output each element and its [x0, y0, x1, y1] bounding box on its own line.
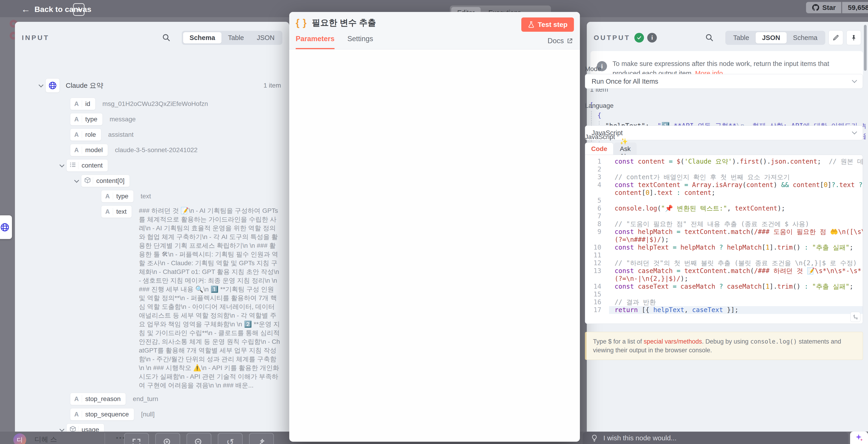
tab-ask-ai[interactable]: ✨ Ask AI — [614, 143, 637, 155]
tab-code[interactable]: Code — [585, 143, 614, 155]
add-node-button[interactable]: + — [73, 3, 85, 16]
code-text: console.log("📌 변환된 텍스트:", textContent); — [609, 205, 863, 212]
input-view-tabs: SchemaTableJSON — [182, 31, 282, 45]
schema-key-pill[interactable]: Astop_reason — [70, 393, 126, 405]
chevron-down-icon[interactable] — [37, 84, 45, 87]
code-line[interactable]: content[0].text : content; — [585, 189, 863, 197]
code-line[interactable]: 10const helpText = helpMatch ? helpMatch… — [585, 244, 863, 251]
external-link-icon — [566, 38, 573, 44]
zoom-to-fit-button[interactable] — [124, 433, 149, 444]
schema-field-row[interactable]: content — [15, 159, 289, 172]
special-vars-link[interactable]: special vars/methods — [644, 338, 702, 345]
schema-key: model — [82, 146, 107, 154]
schema-key-pill[interactable]: content — [66, 159, 108, 172]
code-line[interactable]: (?=\n-|\n{2,}|$)/); — [585, 275, 863, 283]
input-tab-json[interactable]: JSON — [250, 32, 281, 43]
schema-field-row[interactable]: content[0] — [15, 175, 289, 187]
code-line[interactable]: 15 — [585, 291, 863, 298]
schema-key-pill[interactable]: Atext — [101, 205, 132, 218]
code-line[interactable]: 13const caseMatch = textContent.match(/#… — [585, 267, 863, 275]
schema-key-pill[interactable]: Amodel — [70, 144, 108, 156]
lightbulb-icon — [590, 434, 598, 442]
schema-key-pill[interactable]: Atype — [70, 113, 103, 125]
schema-field-row[interactable]: Amodelclaude-3-5-sonnet-20241022 — [15, 144, 289, 156]
schema-key-pill[interactable]: Atype — [101, 190, 134, 203]
zoom-out-button[interactable] — [187, 433, 211, 444]
code-text — [609, 197, 863, 205]
chevron-down-icon[interactable] — [58, 164, 66, 167]
line-number: 14 — [585, 283, 609, 291]
input-node-handle[interactable] — [0, 215, 12, 239]
chevron-down-icon[interactable] — [58, 428, 66, 432]
code-line[interactable]: 9const helpMatch = textContent.match(/##… — [585, 228, 863, 236]
javascript-section-label: JavaScript — [585, 133, 615, 141]
mode-select[interactable]: Run Once for All Items — [585, 74, 863, 89]
code-line[interactable]: 8// "도움이 필요한 점" 전체 내용 추출 (종료 조건에 $ 사용) — [585, 220, 863, 228]
code-line[interactable]: 1const content = $('Claude 요약').first().… — [585, 158, 863, 166]
input-tab-table[interactable]: Table — [221, 32, 250, 43]
schema-node-row[interactable]: Claude 요약1 item — [15, 78, 289, 93]
docs-link[interactable]: Docs — [548, 37, 573, 45]
tab-parameters[interactable]: Parameters — [296, 35, 335, 49]
output-title: OUTPUT — [594, 34, 630, 41]
sparkles-icon — [854, 433, 864, 443]
tidy-up-button[interactable] — [249, 433, 274, 444]
output-tab-schema[interactable]: Schema — [787, 32, 824, 43]
reset-zoom-button[interactable]: ↺ — [218, 433, 243, 444]
code-line[interactable]: 5 — [585, 197, 863, 205]
code-line[interactable]: 4const textContent = Array.isArray(conte… — [585, 181, 863, 189]
node-feedback-input[interactable]: I wish this node would... — [583, 432, 848, 444]
schema-field-row[interactable]: Atypetext — [15, 190, 289, 203]
github-icon — [812, 4, 819, 11]
search-icon[interactable] — [162, 33, 171, 42]
edit-output-button[interactable] — [829, 30, 843, 45]
json-line: { — [590, 110, 866, 121]
code-editor[interactable]: 1const content = $('Claude 요약').first().… — [585, 155, 863, 324]
schema-key: role — [82, 131, 100, 138]
schema-key-pill[interactable]: content[0] — [81, 175, 130, 187]
pin-data-button[interactable] — [846, 30, 861, 45]
schema-field-row[interactable]: Atext### 하려던 것 📝\n - AI 기획팀을 구성하여 GPTs를 … — [15, 205, 289, 390]
schema-key-pill[interactable]: Astop_sequence — [70, 408, 134, 420]
input-tab-schema[interactable]: Schema — [183, 32, 221, 43]
output-tab-table[interactable]: Table — [727, 32, 755, 43]
string-type-icon: A — [71, 147, 82, 154]
code-line[interactable]: 7 — [585, 212, 863, 220]
mode-label: Mode — [585, 65, 601, 72]
output-scrollbar[interactable] — [864, 25, 867, 71]
schema-field-row[interactable]: Astop_sequence[null] — [15, 408, 289, 420]
schema-field-row[interactable]: Aroleassistant — [15, 128, 289, 141]
code-line[interactable]: 17return [{ helpText, caseText }]; — [585, 306, 863, 314]
code-text: // 결과 반환 — [609, 298, 863, 306]
github-star-button[interactable]: Star — [806, 2, 841, 13]
code-line[interactable]: 3// content가 배열인지 확인 후 첫 번째 요소 가져오기 — [585, 173, 863, 181]
schema-field-row[interactable]: Atypemessage — [15, 113, 289, 125]
code-line[interactable]: 16// 결과 반환 — [585, 298, 863, 306]
code-text — [609, 251, 863, 259]
schema-field-row[interactable]: Aidmsg_01H2oCWu23QxZiEfeWoHofzn — [15, 98, 289, 110]
schema-key-pill[interactable]: Aid — [70, 98, 96, 110]
code-line[interactable]: 6console.log("📌 변환된 텍스트:", textContent); — [585, 205, 863, 212]
string-type-icon: A — [71, 395, 82, 403]
line-number — [585, 236, 609, 244]
github-star-widget[interactable]: Star 59,658 — [806, 2, 868, 13]
schema-key-pill[interactable]: Arole — [70, 128, 101, 141]
ai-assistant-button[interactable] — [850, 432, 868, 444]
code-line[interactable]: 14const caseText = caseMatch ? caseMatch… — [585, 283, 863, 291]
test-step-button[interactable]: Test step — [521, 18, 574, 32]
code-line[interactable]: 2 — [585, 166, 863, 173]
chevron-down-icon[interactable] — [72, 179, 81, 183]
code-line[interactable]: 12// "하려던 것"의 첫 번째 불릿 추출 (불릿 종료 조건을 \n{2… — [585, 259, 863, 267]
code-line[interactable]: (?=\n###|$)/); — [585, 236, 863, 244]
search-icon[interactable] — [705, 33, 714, 42]
code-text: const helpText = helpMatch ? helpMatch[1… — [609, 244, 863, 251]
tab-settings[interactable]: Settings — [347, 35, 373, 49]
output-tab-json[interactable]: JSON — [756, 32, 787, 43]
code-line[interactable]: 11 — [585, 251, 863, 259]
line-number: 5 — [585, 197, 609, 205]
zoom-in-button[interactable] — [155, 433, 180, 444]
github-star-count[interactable]: 59,658 — [842, 2, 868, 13]
code-text: const content = $('Claude 요약').first().j… — [609, 158, 863, 166]
editor-resize-grip[interactable] — [850, 312, 860, 322]
schema-field-row[interactable]: Astop_reasonend_turn — [15, 393, 289, 405]
